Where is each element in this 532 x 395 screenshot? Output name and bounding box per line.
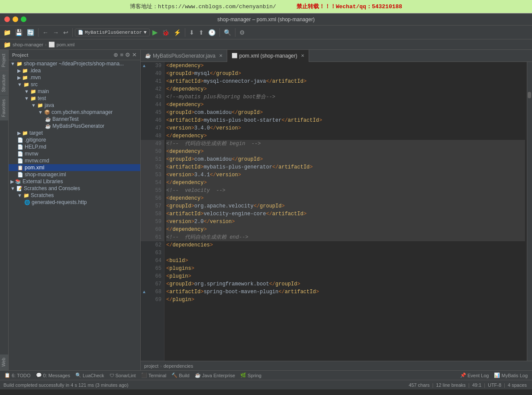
tree-item-mvnw[interactable]: 📄 mvnw [9,150,140,157]
status-encoding[interactable]: UTF-8 [486,382,503,388]
code-content[interactable]: <dependency> <groupId>mysql</groupId> <a… [164,62,527,361]
minimize-button[interactable] [13,16,18,22]
code-line-51: <groupId>com.baomidou</groupId> [166,155,525,163]
spring-panel-tab[interactable]: 🌿 Spring [238,371,264,380]
status-linebreaks[interactable]: 12 line breaks [434,382,468,388]
status-indent[interactable]: 4 spaces [506,382,529,388]
breadcrumb-dependencies-item[interactable]: dependencies [164,363,193,369]
gutter-line-52: 52 [141,163,164,171]
git-btn[interactable]: ⬇ [187,28,196,37]
gutter-line-51: 51 [141,155,164,163]
tree-label: java [45,102,54,108]
tree-item-mvnwcmd[interactable]: 📄 mvnw.cmd [9,157,140,164]
tree-item-iml[interactable]: 📄 shop-manager.iml [9,171,140,178]
sonarlint-panel-tab[interactable]: 🛡 SonarLint [107,371,139,380]
tree-item-main[interactable]: ▼ 📁 main [9,88,140,95]
run-config-dropdown[interactable]: 📄 MyBatisPlusGenerator ▼ [75,29,150,36]
tree-item-pomxml[interactable]: 📋 pom.xml [9,164,140,171]
structure-panel-tab[interactable]: Structure [0,71,8,96]
tree-item-scratches-folder[interactable]: ▼ 📁 Scratches [9,192,140,199]
tree-label: com.ybchen.shopmanager [52,109,113,115]
toolbar-revert-btn[interactable]: ↩ [61,28,70,37]
run-button[interactable]: ▶ [151,27,159,37]
toolbar-back-btn[interactable]: ← [41,28,50,37]
tab-pomxml-close[interactable]: ✕ [301,53,304,58]
gutter-line-50: 50 [141,148,164,155]
tree-item-src[interactable]: ▼ 📁 src [9,81,140,88]
coverage-btn[interactable]: ⚡ [172,28,183,37]
settings-btn[interactable]: ⚙ [238,28,247,37]
history-btn[interactable]: 🕐 [206,28,217,37]
tree-item-test[interactable]: ▼ 📁 test [9,95,140,102]
tree-item-java[interactable]: ▼ 📁 java [9,102,140,109]
toolbar-folder-btn[interactable]: 📁 [2,28,13,37]
tree-item-generated-requests[interactable]: 🌐 generated-requests.http [9,199,140,206]
sidebar-close-btn[interactable]: ✕ [132,52,137,58]
tab-mybatis[interactable]: ☕ MyBatisPlusGenerator.java ✕ [141,50,227,62]
todo-panel-tab[interactable]: 📋 6: TODO [2,371,33,380]
code-line-61: <!-- 代码自动生成依赖 end--> [166,233,525,241]
mybatis-log-panel-tab[interactable]: 📊 MyBatis Log [491,371,530,380]
gutter-line-53: 53 [141,171,164,179]
project-panel-tab[interactable]: Project [0,50,8,71]
tree-label: shop-manager ~/IdeaProjects/shop-mana... [24,61,124,67]
code-editor[interactable]: ▲ 39 40 41 42 43 [141,62,532,361]
sidebar-settings-btn[interactable]: ⚙ [125,52,130,58]
code-line-43: <!--mybatis plus和spring boot整合--> [166,93,525,101]
sidebar-locate-btn[interactable]: ⊕ [113,52,118,58]
tab-pomxml[interactable]: ⬜ pom.xml (shop-manager) ✕ [227,50,309,62]
breadcrumb-file[interactable]: pom.xml [57,42,75,47]
tree-item-mvn[interactable]: ▶ 📁 .mvn [9,74,140,81]
web-panel-tab[interactable]: Web [0,354,8,370]
event-log-panel-tab[interactable]: 📌 Event Log [458,371,492,380]
messages-panel-tab[interactable]: 💬 0: Messages [33,371,73,380]
tree-label: mvnw.cmd [25,158,49,164]
line-num-41: 41 [148,78,164,84]
maximize-button[interactable] [21,16,26,22]
debug-button[interactable]: 🐞 [160,28,171,37]
tab-mybatis-close[interactable]: ✕ [219,53,222,58]
code-line-68: <artifactId>spring-boot-maven-plugin</ar… [166,288,525,296]
terminal-panel-tab[interactable]: ⬛ Terminal [139,371,169,380]
todo-label: 6: TODO [12,373,31,378]
tree-item-package[interactable]: ▼ 📦 com.ybchen.shopmanager [9,109,140,116]
toolbar-forward-btn[interactable]: → [51,28,61,37]
code-line-48: </dependency> [166,132,525,140]
file-tree-sidebar: Project ⊕ ≡ ⚙ ✕ ▼ 📁 shop-manager ~/IdeaP… [9,50,141,370]
editor-area: ☕ MyBatisPlusGenerator.java ✕ ⬜ pom.xml … [141,50,532,370]
close-button[interactable] [4,16,10,22]
tree-item-idea[interactable]: ▶ 📁 .idea [9,67,140,74]
scroll-indicator [528,92,531,98]
tree-item-shop-manager[interactable]: ▼ 📁 shop-manager ~/IdeaProjects/shop-man… [9,60,140,67]
code-line-54: </dependency> [166,179,525,187]
breadcrumb-project-item[interactable]: project [144,363,158,369]
toolbar-refresh-btn[interactable]: 🔄 [25,28,36,37]
status-chars[interactable]: 457 chars [407,382,431,388]
sonarlint-icon: 🛡 [110,373,114,378]
tree-item-gitignore[interactable]: 📄 .gitignore [9,136,140,143]
git-push-btn[interactable]: ⬆ [197,28,206,37]
tab-pomxml-label: pom.xml (shop-manager) [239,53,297,59]
java-enterprise-panel-tab[interactable]: ☕ Java Enterprise [192,371,238,380]
line-num-53: 53 [148,172,164,178]
toolbar-save-btn[interactable]: 💾 [13,28,24,37]
tree-item-mybatisgenerator[interactable]: ☕ MyBatisPlusGenerator [9,123,140,130]
tree-item-external-libs[interactable]: ▶ 📚 External Libraries [9,178,140,185]
luacheck-panel-tab[interactable]: 🔍 LuaCheck [73,371,107,380]
code-line-66: <plugin> [166,272,525,280]
tree-item-target[interactable]: ▶ 📁 target [9,130,140,136]
tree-item-scratches[interactable]: ▼ 📝 Scratches and Consoles [9,185,140,192]
tree-item-help[interactable]: 📄 HELP.md [9,143,140,150]
status-position[interactable]: 49:1 [471,382,483,388]
search-btn[interactable]: 🔍 [222,28,233,37]
tree-item-bannertest[interactable]: ☕ BannerTest [9,116,140,123]
run-config-label: MyBatisPlusGenerator [85,30,142,35]
build-panel-tab[interactable]: 🔨 Build [169,371,192,380]
sidebar-collapse-btn[interactable]: ≡ [120,52,123,58]
toolbar-sep-3 [185,28,185,37]
code-line-40: <groupId>mysql</groupId> [166,70,525,78]
breadcrumb-project[interactable]: shop-manager [13,42,43,47]
line-num-69: 69 [148,297,164,303]
luacheck-label: LuaCheck [83,373,104,378]
favorites-panel-tab[interactable]: Favorites [0,96,8,120]
